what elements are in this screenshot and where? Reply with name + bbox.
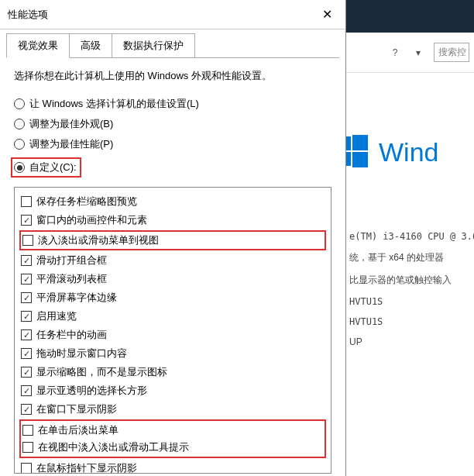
radio-icon	[14, 162, 25, 173]
checkbox-icon	[21, 274, 32, 285]
checkbox-icon	[21, 292, 32, 303]
background-titlebar	[342, 0, 474, 33]
background-system-panel: ? ▾ 搜索控 Wind e(TM) i3-4160 CPU @ 3.60 统，…	[346, 33, 474, 476]
check-row-8[interactable]: 拖动时显示窗口内容	[21, 344, 325, 363]
help-icon[interactable]: ?	[387, 45, 403, 60]
check-row-14[interactable]: 在鼠标指针下显示阴影	[21, 459, 325, 474]
bg-toolbar: ? ▾ 搜索控	[346, 33, 474, 73]
radio-label: 让 Windows 选择计算机的最佳设置(L)	[29, 97, 199, 111]
tab-visual-effects: 选择你想在此计算机上使用的 Windows 外观和性能设置。 让 Windows…	[6, 57, 339, 476]
workgroup-line: UP	[349, 336, 474, 347]
radio-option-2[interactable]: 调整为最佳性能(P)	[14, 137, 331, 151]
check-row-1[interactable]: 窗口内的动画控件和元素	[21, 211, 325, 229]
performance-options-dialog: 性能选项 ✕ 视觉效果高级数据执行保护 选择你想在此计算机上使用的 Window…	[0, 0, 346, 476]
check-label: 滑动打开组合框	[36, 254, 107, 267]
radio-icon	[14, 139, 25, 150]
check-label: 在单击后淡出菜单	[38, 423, 118, 437]
tab-2[interactable]: 数据执行保护	[112, 33, 195, 58]
check-row-7[interactable]: 任务栏中的动画	[21, 326, 325, 344]
checkbox-icon	[21, 196, 32, 207]
effects-list: 保存任务栏缩略图预览窗口内的动画控件和元素淡入淡出或滑动菜单到视图滑动打开组合框…	[14, 187, 331, 474]
tab-strip: 视觉效果高级数据执行保护	[0, 29, 345, 57]
search-input[interactable]: 搜索控	[434, 43, 469, 62]
radio-option-1[interactable]: 调整为最佳外观(B)	[14, 117, 331, 131]
checkbox-icon	[22, 425, 33, 436]
check-label: 启用速览	[36, 309, 77, 323]
check-row-4[interactable]: 平滑滚动列表框	[21, 270, 325, 288]
checkbox-icon	[21, 385, 32, 396]
windows-brand: Wind	[335, 135, 474, 169]
check-label: 淡入淡出或滑动菜单到视图	[38, 233, 159, 247]
cpu-line: e(TM) i3-4160 CPU @ 3.60	[349, 231, 474, 242]
check-row-10[interactable]: 显示亚透明的选择长方形	[21, 381, 325, 400]
radio-icon	[14, 119, 25, 129]
checkbox-icon	[21, 255, 32, 266]
radio-label: 调整为最佳外观(B)	[29, 117, 113, 131]
tab-1[interactable]: 高级	[69, 33, 112, 58]
radio-label: 调整为最佳性能(P)	[29, 137, 113, 151]
highlight-box: 淡入淡出或滑动菜单到视图	[19, 230, 326, 250]
check-label: 保存任务栏缩略图预览	[36, 195, 137, 209]
check-label: 拖动时显示窗口内容	[36, 347, 127, 360]
checkbox-icon	[21, 329, 32, 340]
checkbox-icon	[21, 463, 32, 474]
check-row-9[interactable]: 显示缩略图，而不是显示图标	[21, 363, 325, 381]
radio-group: 让 Windows 选择计算机的最佳设置(L)调整为最佳外观(B)调整为最佳性能…	[14, 97, 331, 178]
name-line-2: HVTU1S	[349, 316, 474, 327]
close-button[interactable]: ✕	[310, 1, 344, 29]
pen-line: 比显示器的笔或触控输入	[349, 274, 474, 287]
dialog-titlebar: 性能选项 ✕	[0, 0, 345, 29]
check-label: 在视图中淡入淡出或滑动工具提示	[38, 440, 189, 454]
check-row-13[interactable]: 在视图中淡入淡出或滑动工具提示	[22, 439, 323, 456]
checkbox-icon	[22, 442, 33, 453]
check-label: 显示缩略图，而不是显示图标	[36, 365, 167, 379]
highlight-box: 在单击后淡出菜单在视图中淡入淡出或滑动工具提示	[19, 419, 326, 458]
dropdown-icon[interactable]: ▾	[410, 45, 426, 60]
check-row-6[interactable]: 启用速览	[21, 307, 325, 326]
radio-option-3[interactable]: 自定义(C):	[14, 157, 331, 178]
checkbox-icon	[22, 235, 33, 246]
checkbox-icon	[21, 311, 32, 322]
checkbox-icon	[21, 404, 32, 415]
system-info-lines: e(TM) i3-4160 CPU @ 3.60 统，基于 x64 的处理器 比…	[346, 231, 474, 347]
name-line-1: HVTU1S	[349, 296, 474, 307]
windows-brand-text: Wind	[379, 137, 438, 167]
check-label: 平滑屏幕字体边缘	[36, 291, 117, 305]
checkbox-icon	[21, 215, 32, 226]
radio-label: 自定义(C):	[29, 160, 77, 174]
check-row-3[interactable]: 滑动打开组合框	[21, 251, 325, 270]
dialog-title: 性能选项	[8, 8, 310, 22]
check-label: 任务栏中的动画	[36, 328, 107, 342]
arch-line: 统，基于 x64 的处理器	[349, 251, 474, 264]
description-text: 选择你想在此计算机上使用的 Windows 外观和性能设置。	[14, 69, 331, 83]
checkbox-icon	[21, 348, 32, 359]
check-label: 窗口内的动画控件和元素	[36, 213, 147, 227]
check-label: 平滑滚动列表框	[36, 272, 107, 286]
check-label: 显示亚透明的选择长方形	[36, 384, 147, 398]
radio-option-0[interactable]: 让 Windows 选择计算机的最佳设置(L)	[14, 97, 331, 111]
check-row-0[interactable]: 保存任务栏缩略图预览	[21, 192, 325, 211]
checkbox-icon	[21, 367, 32, 378]
tab-0[interactable]: 视觉效果	[6, 33, 70, 58]
check-label: 在窗口下显示阴影	[36, 402, 117, 416]
radio-icon	[14, 98, 25, 109]
check-row-12[interactable]: 在单击后淡出菜单	[22, 422, 323, 439]
highlight-box: 自定义(C):	[11, 157, 81, 178]
check-label: 在鼠标指针下显示阴影	[36, 461, 137, 474]
check-row-5[interactable]: 平滑屏幕字体边缘	[21, 288, 325, 307]
check-row-11[interactable]: 在窗口下显示阴影	[21, 400, 325, 419]
